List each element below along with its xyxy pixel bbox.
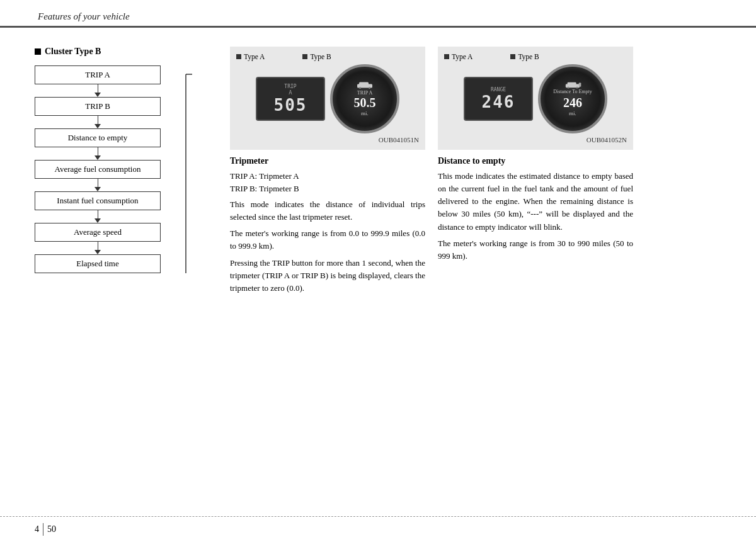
- tripmeter-list: TRIP A: Tripmeter A TRIP B: Tripmeter B: [230, 170, 425, 195]
- dte-displays: RANGE 246 Distance To Empty 246: [444, 64, 627, 133]
- type-a-sq-icon: [236, 54, 241, 59]
- mid-column: Type A Type B TRIP A 505: [230, 47, 425, 298]
- flowchart-items: TRIP A TRIP B Distance to empty Average …: [35, 65, 161, 273]
- dte-para1: This mode indicates the estimated distan…: [438, 170, 633, 234]
- main-content: Cluster Type B TRIP A TRIP B: [0, 28, 756, 298]
- tripmeter-type-b-label: Type B: [302, 53, 331, 60]
- trip-a-item: TRIP A: Tripmeter A: [230, 170, 425, 183]
- tripmeter-type-b-display: TRIP A 50.5 mi.: [330, 64, 399, 133]
- flow-arrow-5: [35, 210, 161, 223]
- tripmeter-para1: This mode indicates the distance of indi…: [230, 198, 425, 223]
- tripmeter-type-a-small: A: [289, 89, 292, 96]
- svg-point-6: [369, 87, 370, 89]
- tripmeter-type-b-value: 50.5: [354, 96, 376, 110]
- dte-panel: Type A Type B RANGE 246: [438, 47, 633, 150]
- tripmeter-displays: TRIP A 505 TRIP A 50.5 mi.: [236, 64, 419, 133]
- dte-type-b-sq-icon: [510, 54, 515, 59]
- range-label: RANGE: [491, 87, 506, 93]
- dte-type-a-label: Type A: [444, 53, 472, 60]
- tripmeter-type-b-sublabel: TRIP A: [357, 90, 372, 96]
- page-footer: 4 50: [0, 516, 756, 542]
- tripmeter-text-section: Tripmeter TRIP A: Tripmeter A TRIP B: Tr…: [230, 156, 425, 295]
- flow-arrow-1: [35, 84, 161, 97]
- car-icon: [355, 81, 374, 89]
- right-column: Type A Type B RANGE 246: [438, 47, 633, 298]
- flow-arrow-4: [35, 179, 161, 191]
- tripmeter-type-b-unit: mi.: [361, 110, 369, 116]
- dte-body: This mode indicates the estimated distan…: [438, 170, 633, 263]
- flow-box-dte: Distance to empty: [35, 128, 161, 147]
- dte-type-a-display: RANGE 246: [464, 77, 533, 121]
- header-title: Features of your vehicle: [38, 11, 130, 21]
- left-column: Cluster Type B TRIP A TRIP B: [35, 47, 217, 298]
- page-header: Features of your vehicle: [0, 0, 756, 28]
- dte-type-b-value: 246: [563, 96, 582, 110]
- cluster-type-b-title: Cluster Type B: [35, 47, 217, 57]
- flow-box-ifc: Instant fuel consumption: [35, 191, 161, 210]
- dte-para2: The meter's working range is from 30 to …: [438, 237, 633, 263]
- tripmeter-type-a-display: TRIP A 505: [256, 77, 325, 121]
- dte-car-icon: [564, 81, 581, 89]
- flow-arrow-2: [35, 116, 161, 128]
- dte-type-a-sq-icon: [444, 54, 449, 59]
- tripmeter-panel: Type A Type B TRIP A 505: [230, 47, 425, 150]
- back-arrow-svg: [164, 65, 192, 273]
- dte-img-ref: OUB041052N: [444, 136, 627, 144]
- title-square-icon: [35, 48, 41, 55]
- svg-rect-8: [568, 82, 576, 86]
- range-value: 246: [482, 93, 515, 111]
- tripmeter-type-a-sublabel: TRIP: [284, 84, 296, 89]
- tripmeter-type-a-value: 505: [274, 96, 307, 115]
- tripmeter-section-title: Tripmeter: [230, 156, 425, 166]
- tripmeter-para2: The meter's working range is from 0.0 to…: [230, 227, 425, 252]
- flow-box-elapsed: Elapsed time: [35, 254, 161, 273]
- dte-type-b-label: Type B: [510, 53, 539, 60]
- tripmeter-img-ref: OUB041051N: [236, 136, 419, 144]
- flow-arrow-3: [35, 147, 161, 160]
- svg-rect-4: [359, 82, 369, 86]
- tripmeter-para3: Pressing the TRIP button for more than 1…: [230, 257, 425, 295]
- dte-text-section: Distance to empty This mode indicates th…: [438, 156, 633, 263]
- dte-type-b-display: Distance To Empty 246 mi.: [538, 64, 607, 133]
- dte-type-b-label-text: Distance To Empty: [553, 89, 592, 95]
- tripmeter-body: This mode indicates the distance of indi…: [230, 198, 425, 295]
- dte-type-b-unit: mi.: [569, 110, 576, 116]
- dte-label-row: Type A Type B: [444, 53, 627, 60]
- flow-box-trip-a: TRIP A: [35, 65, 161, 84]
- footer-divider: [43, 523, 43, 536]
- dte-section-title: Distance to empty: [438, 156, 633, 166]
- flow-box-afc: Average fuel consumption: [35, 160, 161, 179]
- tripmeter-label-row: Type A Type B: [236, 53, 419, 60]
- trip-b-item: TRIP B: Tripmeter B: [230, 183, 425, 195]
- svg-point-5: [359, 87, 361, 89]
- flow-arrow-6: [35, 242, 161, 254]
- page-number: 4 50: [35, 523, 56, 536]
- flow-box-avg-speed: Average speed: [35, 223, 161, 242]
- flowchart-container: TRIP A TRIP B Distance to empty Average …: [35, 65, 186, 273]
- tripmeter-type-a-label: Type A: [236, 53, 265, 60]
- type-b-sq-icon: [302, 54, 307, 59]
- svg-rect-11: [579, 83, 581, 87]
- flow-box-trip-b: TRIP B: [35, 97, 161, 116]
